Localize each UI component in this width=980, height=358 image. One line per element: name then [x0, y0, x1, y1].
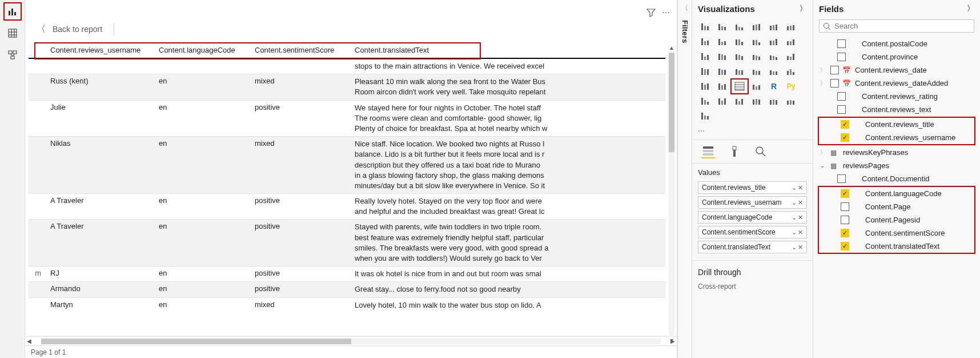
table-row[interactable]: MartynenmixedLovely hotel, 10 min walk t… — [29, 297, 665, 313]
field-item[interactable]: Content.Page — [819, 200, 974, 213]
chevron-right-icon[interactable]: 〉 — [800, 3, 807, 14]
viz-treemap-icon[interactable] — [782, 49, 800, 64]
viz-waterfall-icon[interactable] — [697, 49, 714, 64]
table-row[interactable]: JulieenpositiveWe stayed here for four n… — [29, 100, 665, 137]
checkbox[interactable] — [830, 66, 839, 74]
column-header[interactable]: Content.reviews_username — [46, 42, 154, 58]
viz-more-button[interactable]: ··· — [692, 124, 813, 140]
viz-card-icon[interactable] — [765, 64, 782, 79]
more-options-icon[interactable]: ··· — [662, 7, 670, 18]
fields-tab-icon[interactable] — [701, 145, 715, 158]
data-view-button[interactable] — [3, 24, 22, 42]
checkbox[interactable]: ✓ — [841, 133, 849, 142]
checkbox[interactable] — [837, 105, 846, 114]
table-row[interactable]: A TravelerenpositiveStayed with parents,… — [29, 220, 665, 266]
viz-line-icon[interactable] — [697, 34, 714, 49]
chevron-right-icon[interactable]: 〉 — [967, 3, 974, 14]
viz-map-icon[interactable] — [697, 64, 714, 79]
field-item[interactable]: ✓Content.sentimentScore — [819, 226, 974, 240]
checkbox[interactable] — [837, 92, 846, 101]
search-input[interactable] — [834, 22, 970, 30]
viz-clustered-bar-icon[interactable] — [714, 19, 731, 34]
checkbox[interactable] — [830, 79, 839, 87]
viz-slicer-icon[interactable] — [714, 79, 731, 94]
viz-matrix-icon[interactable] — [748, 79, 765, 94]
viz-area-icon[interactable] — [714, 34, 731, 49]
remove-icon[interactable]: ✕ — [798, 184, 803, 192]
analytics-tab-icon[interactable] — [754, 145, 768, 158]
viz-gauge-icon[interactable] — [748, 64, 765, 79]
column-header[interactable]: Content.translatedText — [350, 42, 665, 58]
fields-table[interactable]: 〉▦reviewsKeyPhrases — [816, 146, 978, 159]
table-row[interactable]: A TravelerenpositiveReally lovely hotel.… — [29, 194, 665, 220]
value-well[interactable]: Content.sentimentScore⌄✕ — [698, 226, 807, 238]
viz-funnel-icon[interactable] — [714, 49, 731, 64]
checkbox[interactable]: ✓ — [841, 229, 849, 237]
chevron-down-icon[interactable]: ⌄ — [792, 199, 797, 206]
field-item[interactable]: 〉📅Content.reviews_date — [816, 63, 978, 77]
viz-arcgis-icon[interactable] — [765, 94, 782, 109]
model-view-button[interactable] — [3, 46, 22, 64]
chevron-down-icon[interactable]: ⌄ — [792, 229, 797, 236]
back-to-report-button[interactable]: 〈 Back to report — [37, 23, 114, 35]
viz-r-icon[interactable]: R — [765, 79, 782, 94]
remove-icon[interactable]: ✕ — [798, 214, 803, 221]
viz-line-clustered-icon[interactable] — [765, 34, 782, 49]
checkbox[interactable] — [841, 216, 849, 224]
viz-py-icon[interactable]: Py — [782, 79, 800, 94]
value-well[interactable]: Content.reviews_usernam⌄✕ — [698, 196, 807, 209]
viz-kpi-icon[interactable] — [697, 79, 714, 94]
viz-multi-card-icon[interactable] — [782, 64, 800, 79]
viz-table-icon[interactable] — [731, 79, 748, 94]
horizontal-scrollbar[interactable]: ◀ ▶ — [25, 336, 677, 345]
field-item[interactable]: Content.Documentid — [816, 172, 978, 185]
fields-search-box[interactable] — [819, 19, 974, 33]
viz-ribbon-icon[interactable] — [782, 34, 800, 49]
checkbox[interactable] — [837, 53, 846, 61]
filter-icon[interactable] — [646, 8, 656, 17]
vertical-scrollbar[interactable]: ▲ ▼ — [668, 45, 676, 345]
remove-icon[interactable]: ✕ — [798, 244, 803, 251]
chevron-down-icon[interactable]: ⌄ — [792, 184, 797, 192]
checkbox[interactable] — [837, 39, 846, 48]
table-row[interactable]: ArmandoenpositiveGreat stay... close to … — [29, 282, 665, 297]
viz-power-automate-icon[interactable] — [697, 109, 714, 124]
viz-decomposition-icon[interactable] — [714, 94, 731, 109]
viz-paginated-icon[interactable] — [748, 94, 765, 109]
viz-100-bar-icon[interactable] — [765, 19, 782, 34]
table-row[interactable]: mRJenpositiveIt was ok hotel is nice fro… — [29, 266, 665, 282]
field-item[interactable]: Content.Pagesid — [819, 213, 974, 226]
value-well[interactable]: Content.languageCode⌄✕ — [698, 211, 807, 224]
viz-power-apps-icon[interactable] — [782, 94, 800, 109]
viz-clustered-column-icon[interactable] — [748, 19, 765, 34]
field-item[interactable]: Content.postalCode — [816, 37, 978, 50]
field-item[interactable]: ✓Content.languageCode — [819, 187, 974, 200]
remove-icon[interactable]: ✕ — [798, 199, 803, 206]
checkbox[interactable] — [841, 202, 849, 211]
viz-line-column-icon[interactable] — [748, 34, 765, 49]
checkbox[interactable]: ✓ — [841, 189, 849, 198]
column-header[interactable]: Content.languageCode — [154, 42, 250, 58]
viz-stacked-bar-icon[interactable] — [697, 19, 714, 34]
viz-qna-icon[interactable] — [731, 94, 748, 109]
field-item[interactable]: Content.province — [816, 50, 978, 63]
viz-key-influencers-icon[interactable] — [697, 94, 714, 109]
checkbox[interactable]: ✓ — [841, 120, 849, 129]
viz-donut-icon[interactable] — [765, 49, 782, 64]
fields-table[interactable]: ⌄▦reviewsPages — [816, 159, 978, 172]
filters-pane-collapsed[interactable]: 〈 Filters — [677, 0, 692, 358]
chevron-down-icon[interactable]: ⌄ — [792, 244, 797, 251]
report-view-button[interactable] — [3, 2, 22, 21]
column-header[interactable]: Content.sentimentScore — [250, 42, 350, 58]
table-row[interactable]: NiklasenmixedNice staff. Nice location. … — [29, 137, 665, 194]
viz-100-column-icon[interactable] — [782, 19, 800, 34]
value-well[interactable]: Content.reviews_title⌄✕ — [698, 181, 807, 194]
table-row[interactable]: stops to the main attractions in Venice.… — [29, 58, 665, 74]
viz-scatter-icon[interactable] — [731, 49, 748, 64]
chevron-down-icon[interactable]: ⌄ — [792, 214, 797, 221]
viz-stacked-column-icon[interactable] — [731, 19, 748, 34]
remove-icon[interactable]: ✕ — [798, 229, 803, 236]
field-item[interactable]: ✓Content.reviews_title — [819, 118, 974, 131]
viz-filled-map-icon[interactable] — [714, 64, 731, 79]
field-item[interactable]: Content.reviews_rating — [816, 90, 978, 103]
